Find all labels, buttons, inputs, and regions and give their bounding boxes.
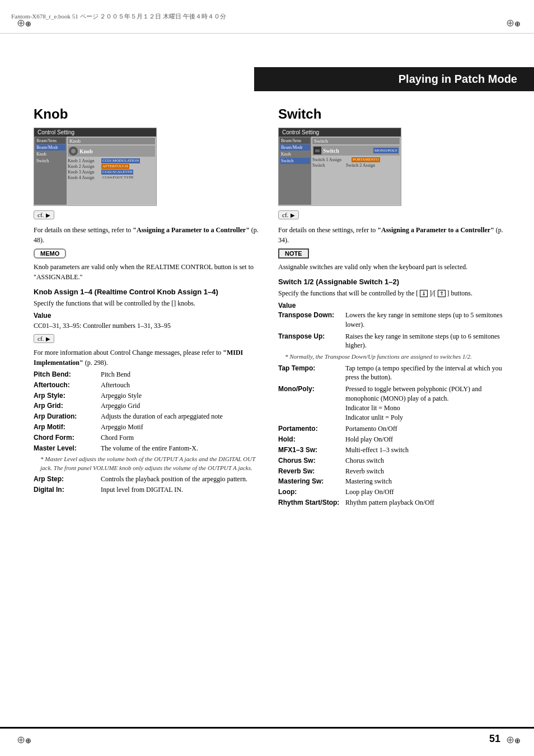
knob-cf-box: cf. (34, 210, 54, 219)
knob-param-table2: Arp Step: Controls the playback position… (34, 475, 261, 495)
sw-param-chorus: Chorus Sw: Chorus switch (278, 456, 506, 466)
switch-cf-container: cf. (278, 210, 506, 223)
switch-specify-text: Specify the functions that will be contr… (278, 288, 506, 298)
param-row-arpmotif: Arp Motif: Arpeggio Motif (34, 422, 261, 432)
crosshair-br: ⊕ (506, 734, 517, 745)
sw-param-reverb: Reverb Sw: Reverb switch (278, 467, 506, 476)
param-row-masterlevel: Master Level: The volume of the entire F… (34, 444, 261, 453)
knob-assign-heading: Knob Assign 1–4 (Realtime Control Knob A… (34, 288, 261, 296)
knob-param-table: Pitch Bend: Pitch Bend Aftertouch: After… (34, 370, 261, 453)
page-footer: 51 (0, 727, 534, 745)
header-text: Fantom-X678_r_e.book 51 ページ ２００５年５月１２日 木… (11, 12, 226, 21)
sw-param-mfx: MFX1–3 Sw: Multi-effect 1–3 switch (278, 445, 506, 455)
sw-param-transposeup: Transpose Up: Raises the key range in se… (278, 332, 506, 351)
note-label: NOTE (278, 248, 309, 259)
right-column: Switch Control Setting Beam/Sens Beam/Mo… (278, 106, 506, 510)
param-row-digitalin: Digital In: Input level from DIGITAL IN. (34, 485, 261, 495)
memo-text: Knob parameters are valid only when the … (34, 262, 261, 282)
header-bar: Fantom-X678_r_e.book 51 ページ ２００５年５月１２日 木… (0, 0, 534, 34)
param-row-arpstyle: Arp Style: Arpeggio Style (34, 391, 261, 401)
sw-param-mastering: Mastering Sw: Mastering switch (278, 477, 506, 486)
knob-cf2-container: cf. (34, 334, 261, 346)
switch-value-label: Value (278, 302, 506, 309)
sw-param-hold: Hold: Hold play On/Off (278, 435, 506, 444)
switch-param-table2: Tap Tempo: Tap tempo (a tempo specified … (278, 364, 506, 508)
switch-heading: Switch (278, 106, 506, 122)
knob-cf-text: For details on these settings, refer to … (34, 225, 261, 245)
memo-container: MEMO (34, 248, 261, 261)
page-title-bar: Playing in Patch Mode (254, 67, 534, 91)
crosshair-tr: ⊕ (506, 17, 517, 28)
crosshair-tl: ⊕ (17, 17, 28, 28)
sw-param-portamento: Portamento: Portamento On/Off (278, 424, 506, 434)
switch-param-table: Transpose Down: Lowers the key range in … (278, 311, 506, 350)
knob-value-text: CC01–31, 33–95: Controller numbers 1–31,… (34, 321, 261, 331)
crosshair-bl: ⊕ (17, 734, 28, 745)
param-row-arpduration: Arp Duration: Adjusts the duration of ea… (34, 412, 261, 421)
note-text: Assignable switches are valid only when … (278, 262, 506, 272)
sw-ss-header: Control Setting (279, 128, 401, 137)
knob-specify-text: Specify the functions that will be contr… (34, 298, 261, 308)
param-row-aftertouch: Aftertouch: Aftertouch (34, 381, 261, 390)
param-row-pitchbend: Pitch Bend: Pitch Bend (34, 370, 261, 379)
page-title: Playing in Patch Mode (399, 73, 517, 85)
page-number: 51 (489, 733, 500, 745)
knob-cf-container: cf. (34, 210, 261, 223)
knob-screenshot: Control Setting Beam/Sens Beam/Modr Knob… (34, 128, 157, 206)
sw-param-rhythm: Rhythm Start/Stop: Rhythm pattern playba… (278, 498, 506, 508)
memo-label: MEMO (34, 248, 66, 259)
note-container: NOTE (278, 248, 506, 261)
knob-value-label: Value (34, 312, 261, 320)
param-row-chordform: Chord Form: Chord Form (34, 433, 261, 443)
knob-heading: Knob (34, 106, 261, 122)
transpose-note: * Normally, the Transpose Down/Up functi… (285, 353, 506, 361)
sw-param-transposedown: Transpose Down: Lowers the key range in … (278, 311, 506, 330)
master-level-note: * Master Level adjusts the volume both o… (40, 455, 261, 472)
param-row-arpgrid: Arp Grid: Arpeggio Grid (34, 401, 261, 411)
switch-assign-heading: Switch 1/2 (Assignable Switch 1–2) (278, 278, 506, 286)
knob-cf-label: cf. (38, 212, 44, 218)
switch-cf-label: cf. (282, 212, 288, 218)
ss-header: Control Setting (34, 128, 156, 137)
switch-screenshot: Control Setting Beam/Sens Beam/Modr Knob… (278, 128, 401, 206)
switch-cf-text: For details on these settings, refer to … (278, 225, 506, 245)
switch-cf-box: cf. (278, 210, 299, 219)
sw-param-loop: Loop: Loop play On/Off (278, 487, 506, 497)
left-column: Knob Control Setting Beam/Sens Beam/Modr… (34, 106, 261, 510)
knob-cf2-text: For more information about Control Chang… (34, 348, 261, 368)
param-row-arpstep: Arp Step: Controls the playback position… (34, 475, 261, 484)
knob-cf2-label: cf. (38, 335, 44, 342)
knob-cf2-box: cf. (34, 334, 54, 343)
sw-param-taptempo: Tap Tempo: Tap tempo (a tempo specified … (278, 364, 506, 383)
main-content: Knob Control Setting Beam/Sens Beam/Modr… (0, 95, 534, 532)
sw-param-monopoly: Mono/Poly: Pressed to toggle between pol… (278, 384, 506, 422)
